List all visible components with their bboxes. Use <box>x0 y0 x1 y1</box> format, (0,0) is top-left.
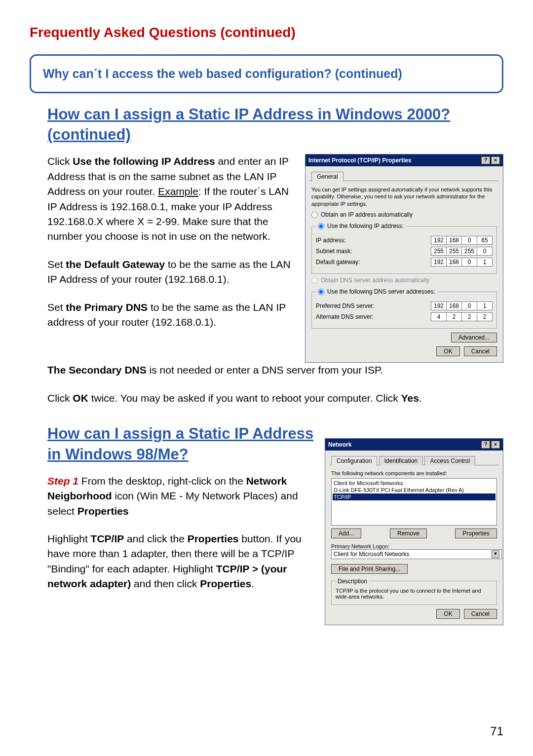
close-icon[interactable]: × <box>491 156 500 164</box>
list-item[interactable]: TCP/IP <box>333 493 495 500</box>
section-title-win98: How can I assign a Static IP Address in … <box>47 423 316 465</box>
label-ip-address: IP address: <box>316 237 428 244</box>
paragraph: Click Use the following IP Address and e… <box>47 154 296 244</box>
faq-heading: Frequently Asked Questions (continued) <box>30 25 503 40</box>
paragraph: Step 1 From the desktop, right-click on … <box>47 474 316 519</box>
radio-obtain-ip[interactable] <box>311 212 318 218</box>
cancel-button[interactable]: Cancel <box>464 346 497 356</box>
dialog-intro: You can get IP settings assigned automat… <box>311 186 497 207</box>
dialog-title: Network <box>328 441 351 448</box>
label-alternate-dns: Alternate DNS server: <box>316 313 428 320</box>
ok-button[interactable]: OK <box>436 609 459 619</box>
radio-use-ip[interactable] <box>318 223 324 229</box>
label-components: The following network components are ins… <box>331 470 497 476</box>
list-item[interactable]: D-Link DFE-530TX PCI Fast Ethernet Adapt… <box>333 487 495 493</box>
label-subnet-mask: Subnet mask: <box>316 248 428 255</box>
add-button[interactable]: Add... <box>331 529 361 538</box>
label-default-gateway: Default gateway: <box>316 259 428 265</box>
callout-text: Why can´t I access the web based configu… <box>43 66 490 82</box>
ip-address-field[interactable] <box>431 236 493 245</box>
remove-button[interactable]: Remove <box>390 529 427 538</box>
primary-logon-select[interactable]: Client for Microsoft Networks▼ <box>331 549 502 559</box>
tab-access-control[interactable]: Access Control <box>424 456 475 465</box>
alternate-dns-field[interactable] <box>431 312 493 321</box>
section-title-win2000: How can I assign a Static IP Address in … <box>47 104 503 146</box>
list-item[interactable]: Client for Microsoft Networks <box>333 480 495 487</box>
dialog-title: Internet Protocol (TCP/IP) Properties <box>308 157 412 164</box>
page-number: 71 <box>490 724 503 738</box>
ok-button[interactable]: OK <box>436 346 459 356</box>
paragraph: Set the Default Gateway to be the same a… <box>47 257 296 287</box>
callout-box: Why can´t I access the web based configu… <box>30 54 503 93</box>
tab-identification[interactable]: Identification <box>379 456 423 465</box>
label-primary-logon: Primary Network Logon: <box>331 543 497 549</box>
subnet-mask-field[interactable] <box>431 247 493 256</box>
paragraph: The Secondary DNS is not needed or enter… <box>47 363 503 378</box>
label-preferred-dns: Preferred DNS server: <box>316 302 428 309</box>
help-icon[interactable]: ? <box>481 156 490 164</box>
description-legend: Description <box>336 578 369 585</box>
radio-obtain-dns <box>311 277 318 284</box>
tab-configuration[interactable]: Configuration <box>331 456 377 465</box>
advanced-button[interactable]: Advanced... <box>451 333 497 342</box>
close-icon[interactable]: × <box>491 441 500 449</box>
paragraph: Highlight TCP/IP and click the Propertie… <box>47 531 316 592</box>
cancel-button[interactable]: Cancel <box>464 609 497 619</box>
components-listbox[interactable]: Client for Microsoft Networks D-Link DFE… <box>331 478 497 526</box>
radio-use-dns[interactable] <box>318 289 324 295</box>
paragraph: Set the Primary DNS to be the same as th… <box>47 300 296 330</box>
tab-general[interactable]: General <box>311 172 343 181</box>
chevron-down-icon: ▼ <box>492 550 499 558</box>
tcpip-properties-dialog: Internet Protocol (TCP/IP) Properties ? … <box>305 154 503 363</box>
paragraph: Click OK twice. You may be asked if you … <box>47 391 503 406</box>
preferred-dns-field[interactable] <box>431 302 493 310</box>
help-icon[interactable]: ? <box>481 441 490 449</box>
description-text: TCP/IP is the protocol you use to connec… <box>336 588 493 600</box>
properties-button[interactable]: Properties <box>455 529 497 538</box>
network-dialog: Network ? × Configuration Identification… <box>325 438 503 625</box>
file-print-sharing-button[interactable]: File and Print Sharing... <box>331 564 408 574</box>
default-gateway-field[interactable] <box>431 258 493 266</box>
